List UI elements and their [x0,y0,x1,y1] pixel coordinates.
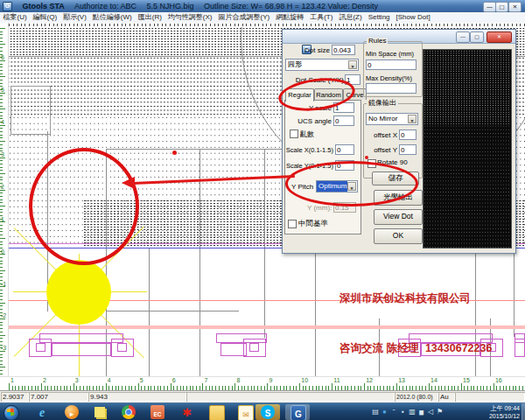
menu-item[interactable]: 點位編修(W) [89,12,135,23]
scale-x-label: Scale X(0.1-1.5) [284,146,333,154]
taskbar-item[interactable] [145,404,170,420]
ruler-tick [257,386,258,390]
ime-icon[interactable] [408,408,416,416]
scale-x-input[interactable] [335,144,354,155]
offset-y-input[interactable] [399,144,416,155]
ruler-tick [351,386,352,390]
ruler-tick [377,386,378,390]
taskbar-item[interactable] [116,404,141,420]
ok-button[interactable]: OK [374,228,423,244]
ucs-angle-input[interactable] [333,116,354,126]
ruler-tick [515,386,516,390]
ruler-tick [234,383,235,390]
ruler-tick [476,24,477,26]
ruler-tick [196,386,197,390]
ruler-tick [410,386,410,390]
view-dot-button[interactable]: View Dot [374,209,423,225]
hidden-icons-arrow-icon[interactable] [389,408,398,416]
dialog-close-button[interactable]: ✕ [486,32,512,43]
dot-size-input[interactable] [332,45,355,55]
ruler-tick [12,386,13,390]
start-button[interactable] [4,405,19,420]
max-density-input[interactable] [366,83,416,94]
ruler-tick [0,41,3,42]
ruler-tick [464,24,465,26]
taskbar-item[interactable] [285,404,310,420]
ruler-tick [0,242,3,242]
ruler-tick [250,24,251,26]
annotation-arrow-head [122,177,135,189]
mirror-mode-dropdown[interactable]: No Mirror ▼ [366,113,418,125]
offset-x-input[interactable] [399,130,416,140]
menu-item[interactable]: 均勻性調整(X) [164,12,215,23]
v-guide-line [149,248,150,376]
taskbar-item[interactable] [233,404,257,420]
menu-item[interactable]: 訊息(Z) [336,12,365,23]
ruler-tick [93,386,94,390]
ruler-tick [364,383,365,390]
menu-item[interactable]: 顯示(V) [60,12,90,23]
taskbar-item[interactable] [88,404,112,420]
ruler-tick [106,383,107,390]
action-center-flag-icon[interactable] [436,408,444,416]
ruler-tick [306,24,307,26]
taskbar-item[interactable] [175,404,200,420]
maximize-button[interactable]: ▢ [495,2,508,12]
ruler-tick [0,135,3,136]
menu-item[interactable]: 編輯(Q) [30,12,60,23]
ruler-tick [274,386,275,390]
dot-shape-dropdown[interactable]: 圓形 ▼ [285,59,359,71]
menu-item[interactable]: 圖片合成調整(Y) [215,12,273,23]
menu-item[interactable]: [Show Dot] [393,12,433,23]
network-icon[interactable] [417,408,426,416]
volume-icon[interactable] [426,408,435,416]
ruler-tick [496,386,497,390]
ruler-tick [484,24,485,26]
ruler-tick [41,383,42,390]
ruler-tick [0,34,3,35]
ruler-tick [0,273,3,274]
menu-item[interactable]: Setting [365,12,393,23]
chevron-down-icon[interactable]: ▼ [408,115,416,123]
ruler-tick [214,24,215,26]
taskbar-item[interactable] [256,404,280,420]
dialog-minimize-button[interactable]: — [456,32,470,43]
ruler-tick [9,24,10,26]
ruler-tick [270,386,271,390]
ruler-tick [416,386,416,390]
ruler-tick [477,386,478,390]
ruler-tick [473,386,474,390]
menu-item[interactable]: 網點旋轉 [273,12,307,23]
usb-icon[interactable] [399,408,408,416]
ruler-tick [53,24,54,26]
show-desktop-button[interactable] [522,403,525,420]
ruler-tick [258,24,259,26]
file-explorer-icon [209,405,225,420]
rules-group-title: Rules [367,38,388,45]
ruler-tick [173,386,174,390]
top-ruler [0,23,525,27]
ruler-tick [312,386,313,390]
clock-time: 上午 09:44 [471,404,520,412]
ruler-tick [0,341,3,342]
mirror-group-title: 鏡像輸出 [367,100,398,107]
taskbar-clock[interactable]: 上午 09:44 2015/10/12 [471,404,520,420]
minimize-button[interactable]: — [483,2,496,12]
update-icon[interactable] [381,408,389,416]
taskbar-item[interactable] [204,404,228,420]
dialog-maximize-button[interactable]: ▢ [470,32,484,43]
taskbar-item[interactable] [60,404,84,420]
close-button[interactable]: ✕ [508,2,522,12]
canvas-workspace[interactable]: 6543210-1-2-3 12345678910111213141516 深圳… [0,23,525,390]
random-checkbox[interactable] [290,130,298,138]
menu-item[interactable]: 工具(T) [307,12,336,23]
min-space-input[interactable] [366,60,416,70]
menu-item[interactable]: 匯出(R) [135,12,164,23]
printer-icon[interactable] [371,408,380,416]
taskbar-item[interactable] [30,404,54,420]
menu-item[interactable]: 檔案(U) [0,12,30,23]
center-ref-checkbox[interactable] [288,220,297,228]
ruler-tick [22,386,23,390]
ruler-tick [0,209,3,210]
chevron-down-icon[interactable]: ▼ [348,60,357,69]
